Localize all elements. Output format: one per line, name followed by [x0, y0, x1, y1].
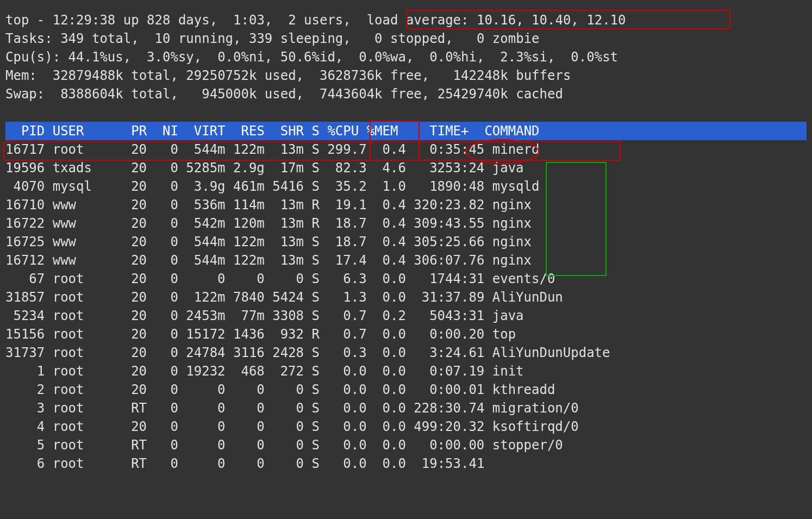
cell-virt: 122m — [178, 288, 226, 307]
cell-command: java — [484, 159, 610, 177]
cell-user: www — [53, 196, 123, 214]
cell-pid: 5 — [5, 436, 45, 454]
cell-pid: 3 — [5, 399, 45, 417]
cell-ni: 0 — [147, 159, 178, 177]
cell-user: root — [53, 436, 123, 454]
cell-pr: 20 — [123, 233, 147, 251]
cell-time: 3:24.61 — [406, 343, 484, 362]
cell-shr: 13m — [265, 251, 304, 270]
cell-mem: 0.0 — [367, 417, 406, 436]
uptime-line-a: top - 12:29:38 up 828 days, 1:03, 2 user… — [5, 12, 367, 28]
cell-command: java — [484, 307, 610, 325]
cell-user: www — [53, 214, 123, 233]
cell-pid: 2 — [5, 380, 45, 399]
cell-pid: 31737 — [5, 343, 45, 362]
cell-ni: 0 — [147, 177, 178, 196]
cell-mem: 0.4 — [367, 196, 406, 214]
cell-shr: 0 — [265, 270, 304, 288]
cell-pid: 15156 — [5, 325, 45, 343]
cell-mem: 0.0 — [367, 399, 406, 417]
cell-time: 1890:48 — [406, 177, 484, 196]
process-row: 6 rootRT0000S0.00.019:53.41 — [5, 454, 610, 473]
cell-cpu: 18.7 — [320, 214, 367, 233]
cell-state: S — [304, 307, 320, 325]
cell-command — [484, 454, 610, 473]
cell-virt: 0 — [178, 399, 226, 417]
cell-command: init — [484, 362, 610, 380]
cell-ni: 0 — [147, 307, 178, 325]
cell-shr: 2428 — [265, 343, 304, 362]
cell-mem: 0.2 — [367, 307, 406, 325]
cell-res: 120m — [226, 214, 265, 233]
cell-state: S — [304, 343, 320, 362]
cell-res: 0 — [226, 399, 265, 417]
cell-virt: 0 — [178, 380, 226, 399]
cell-ni: 0 — [147, 140, 178, 159]
cell-res: 114m — [226, 196, 265, 214]
cell-res: 1436 — [226, 325, 265, 343]
cell-res: 7840 — [226, 288, 265, 307]
cell-command: stopper/0 — [484, 436, 610, 454]
cell-shr: 17m — [265, 159, 304, 177]
cell-cpu: 0.0 — [320, 454, 367, 473]
cell-pid: 1 — [5, 362, 45, 380]
cell-shr: 272 — [265, 362, 304, 380]
cell-shr: 0 — [265, 454, 304, 473]
cell-pr: 20 — [123, 251, 147, 270]
cell-command: kthreadd — [484, 380, 610, 399]
cell-state: S — [304, 159, 320, 177]
cell-pid: 4 — [5, 417, 45, 436]
cell-ni: 0 — [147, 399, 178, 417]
cell-ni: 0 — [147, 380, 178, 399]
process-row: 19596 txads2005285m2.9g17mS82.34.63253:2… — [5, 159, 610, 177]
top-summary: top - 12:29:38 up 828 days, 1:03, 2 user… — [5, 11, 807, 103]
cell-pr: 20 — [123, 270, 147, 288]
cell-pr: RT — [123, 436, 147, 454]
cell-time: 0:07.19 — [406, 362, 484, 380]
cell-res: 77m — [226, 307, 265, 325]
cell-mem: 0.0 — [367, 436, 406, 454]
cell-time: 31:37.89 — [406, 288, 484, 307]
cell-user: root — [53, 380, 123, 399]
process-row: 5 rootRT0000S0.00.00:00.00stopper/0 — [5, 436, 610, 454]
cell-user: www — [53, 233, 123, 251]
cell-time: 305:25.66 — [406, 233, 484, 251]
cell-shr: 0 — [265, 399, 304, 417]
process-row: 4 root200000S0.00.0499:20.32ksoftirqd/0 — [5, 417, 610, 436]
cell-pid: 16717 — [5, 140, 45, 159]
cell-command: nginx — [484, 196, 610, 214]
cell-user: root — [53, 270, 123, 288]
process-row: 16712 www200544m122m13mS17.40.4306:07.76… — [5, 251, 610, 270]
cell-state: R — [304, 196, 320, 214]
cell-mem: 4.6 — [367, 159, 406, 177]
cell-pr: RT — [123, 399, 147, 417]
cell-cpu: 0.0 — [320, 417, 367, 436]
cell-pid: 5234 — [5, 307, 45, 325]
cell-cpu: 82.3 — [320, 159, 367, 177]
cell-shr: 13m — [265, 214, 304, 233]
cell-mem: 0.4 — [367, 140, 406, 159]
cell-time: 228:30.74 — [406, 399, 484, 417]
cell-mem: 0.4 — [367, 251, 406, 270]
cell-command: nginx — [484, 251, 610, 270]
cell-state: S — [304, 233, 320, 251]
cell-time: 0:00.00 — [406, 436, 484, 454]
cell-shr: 13m — [265, 233, 304, 251]
cpu-line: Cpu(s): 44.1%us, 3.0%sy, 0.0%ni, 50.6%id… — [5, 48, 807, 66]
cell-command: ksoftirqd/0 — [484, 417, 610, 436]
cell-res: 461m — [226, 177, 265, 196]
process-row: 67 root200000S6.30.01744:31events/0 — [5, 270, 610, 288]
cell-virt: 544m — [178, 140, 226, 159]
cell-mem: 1.0 — [367, 177, 406, 196]
cell-command: nginx — [484, 214, 610, 233]
cell-virt: 0 — [178, 436, 226, 454]
cell-res: 0 — [226, 380, 265, 399]
cell-shr: 5424 — [265, 288, 304, 307]
cell-res: 468 — [226, 362, 265, 380]
cell-pr: 20 — [123, 214, 147, 233]
cell-pid: 16725 — [5, 233, 45, 251]
cell-virt: 536m — [178, 196, 226, 214]
process-row: 15156 root200151721436932R0.70.00:00.20t… — [5, 325, 610, 343]
cell-mem: 0.4 — [367, 214, 406, 233]
cell-cpu: 0.0 — [320, 362, 367, 380]
